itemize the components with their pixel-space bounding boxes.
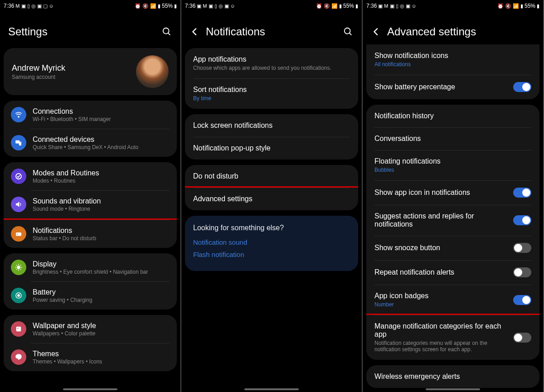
status-time: 7:36 [4, 3, 14, 9]
status-bar: 7:36 M ▣ ▯ ◎ ▣ ▢ ☺ ⏰ 🔇 📶 ▮ 55% ▮ [0, 0, 180, 12]
row-dnd[interactable]: Do not disturb [185, 165, 358, 188]
profile-sub: Samsung account [12, 74, 130, 80]
row-title: Show battery percentage [374, 83, 508, 91]
messenger-icon: ☺ [49, 3, 54, 9]
row-battery[interactable]: Battery Power saving • Charging [4, 281, 177, 310]
row-connections[interactable]: Connections Wi-Fi • Bluetooth • SIM mana… [4, 101, 177, 129]
avatar[interactable] [136, 55, 169, 88]
row-snooze[interactable]: Show snooze button [366, 236, 539, 260]
home-indicator[interactable] [426, 388, 480, 390]
row-suggest-actions[interactable]: Suggest actions and replies for notifica… [366, 205, 539, 236]
wifi-icon: 📶 [513, 3, 519, 9]
row-advanced-settings[interactable]: Advanced settings [185, 186, 358, 210]
svg-line-16 [20, 265, 21, 266]
row-themes[interactable]: Themes Themes • Wallpapers • Icons [4, 343, 177, 371]
screen-notifications: 7:36 ▣ M ▣ ▯ ◎ ▣ ☺ ⏰ 🔇 📶 ▮ 55% ▮ Notific… [181, 0, 362, 392]
row-sub: Power saving • Charging [33, 297, 170, 303]
settings-group: Modes and Routines Modes • Routines Soun… [4, 162, 177, 248]
svg-point-2 [18, 116, 19, 117]
row-title: Wallpaper and style [33, 322, 170, 330]
row-sort-notifications[interactable]: Sort notifications By time [185, 78, 358, 109]
row-app-icon-badges[interactable]: App icon badges Number [366, 285, 539, 315]
svg-point-18 [18, 295, 20, 297]
alarm-icon: ⏰ [135, 3, 141, 9]
toggle[interactable] [513, 188, 531, 198]
mute-icon: 🔇 [142, 3, 149, 9]
row-sub: Themes • Wallpapers • Icons [33, 358, 170, 365]
row-app-notifications[interactable]: App notifications Choose which apps are … [185, 48, 358, 78]
row-modes[interactable]: Modes and Routines Modes • Routines [4, 162, 177, 190]
app-icon: ▣ [209, 3, 213, 9]
row-sounds[interactable]: Sounds and vibration Sound mode • Ringto… [4, 190, 177, 218]
row-title: Modes and Routines [33, 169, 170, 177]
header: Settings [0, 12, 180, 48]
row-sub: Choose which apps are allowed to send yo… [193, 65, 350, 71]
row-title: Conversations [374, 135, 531, 143]
row-sub: All notifications [374, 61, 531, 68]
row-manage-categories[interactable]: Manage notification categories for each … [366, 314, 539, 360]
gmail-icon: M [384, 3, 388, 9]
help-link-sound[interactable]: Notification sound [193, 238, 350, 246]
app-icon: ▣ [197, 3, 201, 9]
header: Advanced settings [363, 12, 543, 44]
row-lockscreen-notif[interactable]: Lock screen notifications [185, 114, 358, 137]
row-title: Show app icon in notifications [374, 189, 508, 197]
toggle[interactable] [513, 243, 531, 253]
row-title: Notification pop-up style [193, 144, 350, 152]
row-repeat-alerts[interactable]: Repeat notification alerts [366, 260, 539, 285]
profile-name: Andrew Myrick [12, 63, 130, 73]
status-bar: 7:36 ▣ M ▣ ▯ ◎ ▣ ☺ ⏰ 🔇 📶 ▮ 55% ▮ [363, 0, 543, 12]
app-icon: ▯ [27, 3, 30, 9]
row-title: Repeat notification alerts [374, 268, 508, 276]
search-icon[interactable] [161, 26, 172, 37]
svg-rect-19 [16, 327, 21, 332]
home-indicator[interactable] [63, 388, 117, 390]
row-notif-history[interactable]: Notification history [366, 105, 539, 127]
toggle[interactable] [513, 267, 531, 277]
battery-icon: ▮ [537, 3, 539, 9]
row-sub: Bubbles [374, 167, 531, 173]
back-icon[interactable] [371, 26, 382, 37]
search-icon[interactable] [343, 26, 354, 37]
help-link-flash[interactable]: Flash notification [193, 251, 350, 258]
display-icon [11, 260, 26, 275]
toggle[interactable] [513, 295, 531, 305]
row-sub: Quick Share • Samsung DeX • Android Auto [33, 144, 170, 150]
row-title: Sounds and vibration [33, 197, 170, 205]
app-icon: ◎ [219, 3, 223, 9]
row-sub: Brightness • Eye comfort shield • Naviga… [33, 269, 170, 275]
header: Notifications [181, 12, 362, 48]
gmail-icon: M [15, 3, 19, 9]
gmail-icon: M [203, 3, 207, 9]
alarm-icon: ⏰ [316, 3, 322, 9]
row-battery-pct[interactable]: Show battery percentage [366, 75, 539, 99]
toggle[interactable] [513, 215, 531, 225]
profile-card[interactable]: Andrew Myrick Samsung account [4, 48, 177, 95]
home-indicator[interactable] [244, 388, 299, 390]
notif-group: App notifications Choose which apps are … [185, 48, 358, 109]
row-conversations[interactable]: Conversations [366, 127, 539, 150]
help-card: Looking for something else? Notification… [185, 216, 358, 271]
toggle[interactable] [513, 82, 531, 92]
adv-group: Notification history Conversations Float… [366, 105, 539, 360]
row-floating-notif[interactable]: Floating notifications Bubbles [366, 150, 539, 180]
row-connected-devices[interactable]: Connected devices Quick Share • Samsung … [4, 129, 177, 157]
row-title: Notifications [33, 227, 170, 235]
settings-group: Wallpaper and style Wallpapers • Color p… [4, 315, 177, 371]
row-title: Notification history [374, 112, 531, 120]
app-icon: ◎ [400, 3, 404, 9]
row-show-app-icon[interactable]: Show app icon in notifications [366, 180, 539, 205]
svg-rect-6 [16, 232, 21, 236]
row-display[interactable]: Display Brightness • Eye comfort shield … [4, 253, 177, 281]
row-title: Themes [33, 350, 170, 358]
row-show-notif-icons[interactable]: Show notification icons All notification… [366, 44, 539, 75]
wifi-icon: 📶 [150, 3, 156, 9]
toggle[interactable] [513, 333, 531, 343]
row-popup-style[interactable]: Notification pop-up style [185, 137, 358, 160]
row-wallpaper[interactable]: Wallpaper and style Wallpapers • Color p… [4, 315, 177, 343]
row-notifications[interactable]: Notifications Status bar • Do not distur… [4, 218, 177, 248]
back-icon[interactable] [189, 26, 200, 37]
svg-point-7 [17, 234, 18, 235]
svg-point-21 [345, 28, 350, 34]
row-wireless-alerts[interactable]: Wireless emergency alerts [366, 365, 539, 388]
